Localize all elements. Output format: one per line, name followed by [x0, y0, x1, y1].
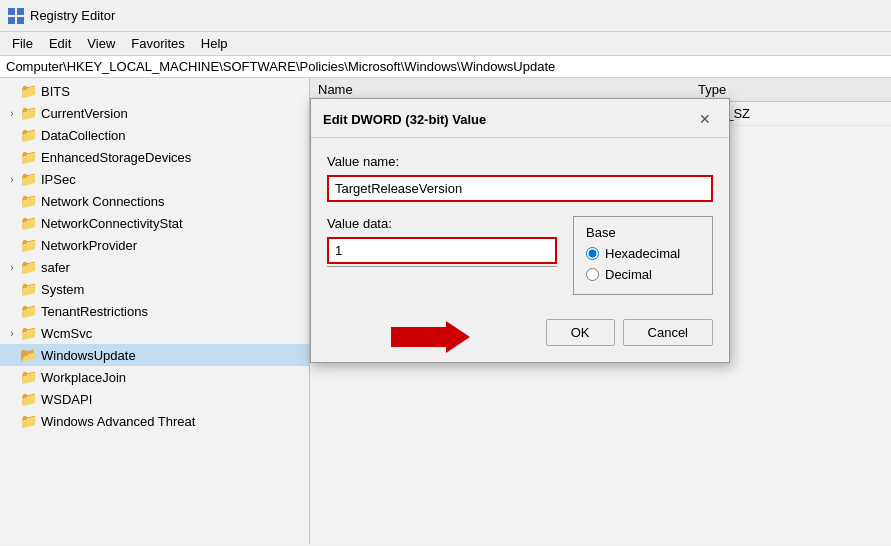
dialog-body: Value name: Value data: Base	[311, 138, 729, 311]
value-data-section: Value data:	[327, 216, 557, 295]
title-bar-text: Registry Editor	[30, 8, 115, 23]
app-icon	[8, 8, 24, 24]
arrow-annotation	[391, 321, 470, 353]
dialog-overlay: Edit DWORD (32-bit) Value ✕ Value name: …	[0, 78, 891, 544]
base-section: Base Hexadecimal Decimal	[573, 216, 713, 295]
value-name-input[interactable]	[327, 175, 713, 202]
main-content: 📁 BITS › 📁 CurrentVersion 📁 DataCollecti…	[0, 78, 891, 544]
menu-view[interactable]: View	[79, 34, 123, 53]
cancel-button[interactable]: Cancel	[623, 319, 713, 346]
edit-dword-dialog: Edit DWORD (32-bit) Value ✕ Value name: …	[310, 98, 730, 363]
ok-button[interactable]: OK	[546, 319, 615, 346]
svg-rect-1	[17, 8, 24, 15]
address-path: Computer\HKEY_LOCAL_MACHINE\SOFTWARE\Pol…	[6, 59, 555, 74]
hexadecimal-option[interactable]: Hexadecimal	[586, 246, 700, 261]
value-name-wrapper	[327, 175, 713, 216]
decimal-radio[interactable]	[586, 268, 599, 281]
value-data-input[interactable]	[327, 237, 557, 264]
decimal-option[interactable]: Decimal	[586, 267, 700, 282]
menu-help[interactable]: Help	[193, 34, 236, 53]
hexadecimal-radio[interactable]	[586, 247, 599, 260]
menu-bar: File Edit View Favorites Help	[0, 32, 891, 56]
dialog-title-bar: Edit DWORD (32-bit) Value ✕	[311, 99, 729, 138]
svg-rect-3	[17, 17, 24, 24]
title-bar: Registry Editor	[0, 0, 891, 32]
dialog-footer: OK Cancel	[311, 311, 729, 362]
menu-file[interactable]: File	[4, 34, 41, 53]
svg-rect-2	[8, 17, 15, 24]
value-name-label: Value name:	[327, 154, 713, 169]
dialog-row: Value data: Base Hexadecimal	[327, 216, 713, 295]
decimal-label: Decimal	[605, 267, 652, 282]
base-label: Base	[586, 225, 700, 240]
value-data-label: Value data:	[327, 216, 557, 231]
menu-favorites[interactable]: Favorites	[123, 34, 192, 53]
arrow-head	[446, 321, 470, 353]
svg-rect-0	[8, 8, 15, 15]
menu-edit[interactable]: Edit	[41, 34, 79, 53]
dialog-title-text: Edit DWORD (32-bit) Value	[323, 112, 486, 127]
address-bar: Computer\HKEY_LOCAL_MACHINE\SOFTWARE\Pol…	[0, 56, 891, 78]
arrow-body	[391, 327, 446, 347]
hexadecimal-label: Hexadecimal	[605, 246, 680, 261]
dialog-close-button[interactable]: ✕	[693, 107, 717, 131]
